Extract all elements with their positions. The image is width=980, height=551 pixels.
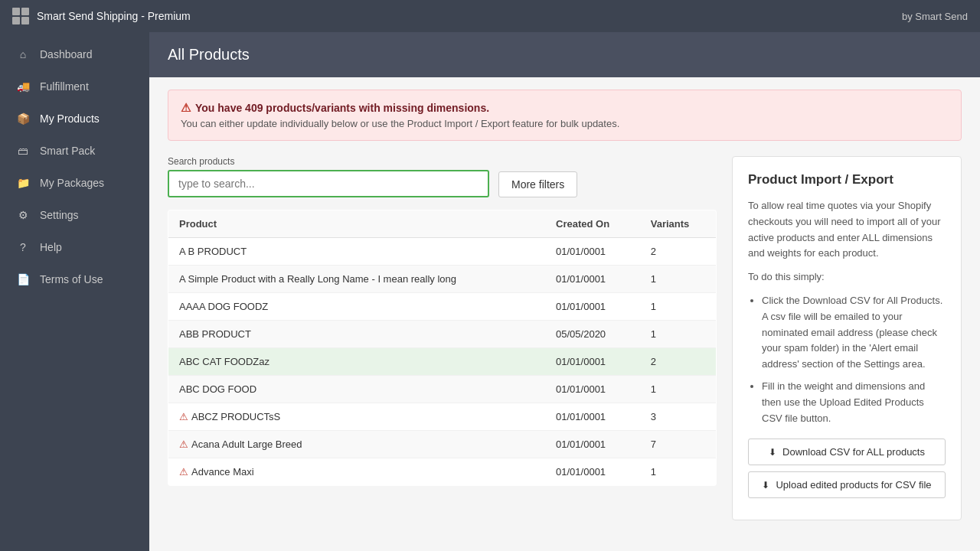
search-label: Search products (168, 156, 489, 167)
product-name-cell: ABC CAT FOODZaz (168, 348, 546, 376)
main-content: All Products ⚠ You have 409 products/var… (149, 32, 980, 551)
sidebar-item-smart-pack[interactable]: 🗃 Smart Pack (0, 135, 149, 167)
col-header-created: Created On (545, 210, 640, 238)
search-group: Search products (168, 156, 489, 197)
page-header: All Products (149, 32, 980, 77)
table-row[interactable]: A B PRODUCT01/01/00012 (168, 238, 717, 266)
col-header-product: Product (168, 210, 546, 238)
upload-icon (762, 479, 769, 491)
warning-icon: ⚠ (179, 466, 188, 478)
product-name-cell: ⚠ABCZ PRODUCTsS (168, 403, 546, 431)
topbar-brand: Smart Send Shipping - Premium (12, 8, 191, 24)
table-row[interactable]: AAAA DOG FOODZ01/01/00011 (168, 293, 717, 321)
variants-cell: 7 (640, 431, 717, 458)
product-name-cell: ABC DOG FOOD (168, 376, 546, 403)
table-row[interactable]: ABB PRODUCT05/05/20201 (168, 321, 717, 348)
variants-cell: 1 (640, 376, 717, 403)
search-input[interactable] (168, 170, 489, 197)
table-header: Product Created On Variants (168, 210, 717, 238)
table-row[interactable]: ⚠Acana Adult Large Breed01/01/00017 (168, 431, 717, 458)
sidebar-item-dashboard[interactable]: ⌂ Dashboard (0, 38, 149, 70)
alert-icon: ⚠ (181, 101, 191, 115)
created-on-cell: 01/01/0001 (545, 458, 640, 486)
sidebar-label-settings: Settings (40, 209, 79, 221)
sidebar-label-my-packages: My Packages (40, 177, 104, 189)
box-icon: 📦 (15, 111, 31, 126)
question-icon: ? (15, 240, 31, 255)
sidebar-label-my-products: My Products (40, 112, 100, 125)
upload-csv-label: Upload edited products for CSV file (776, 479, 931, 491)
alert-body: You can either update individually below… (181, 118, 949, 129)
sidebar-label-fulfillment: Fulfillment (40, 80, 89, 93)
sidebar-item-fulfillment[interactable]: 🚚 Fulfillment (0, 70, 149, 103)
document-icon: 📄 (15, 272, 31, 287)
product-name-cell: AAAA DOG FOODZ (168, 293, 546, 321)
sidebar-label-terms: Terms of Use (40, 273, 103, 285)
import-step-2: Fill in the weight and dimensions and th… (762, 379, 946, 426)
variants-cell: 1 (640, 321, 717, 348)
import-panel-title: Product Import / Export (748, 172, 946, 187)
sidebar-item-my-products[interactable]: 📦 My Products (0, 103, 149, 135)
table-row[interactable]: ⚠Advance Maxi01/01/00011 (168, 458, 717, 486)
package-icon: 🗃 (15, 143, 31, 158)
upload-csv-button[interactable]: Upload edited products for CSV file (748, 471, 946, 498)
sidebar-label-dashboard: Dashboard (40, 48, 93, 60)
product-name-cell: A B PRODUCT (168, 238, 546, 266)
sidebar-item-settings[interactable]: ⚙ Settings (0, 199, 149, 231)
product-name-cell: A Simple Product with a Really Long Name… (168, 266, 546, 293)
table-body: A B PRODUCT01/01/00012A Simple Product w… (168, 238, 717, 486)
import-description: To allow real time quotes via your Shopi… (748, 198, 946, 262)
sidebar: ⌂ Dashboard 🚚 Fulfillment 📦 My Products … (0, 32, 149, 551)
created-on-cell: 01/01/0001 (545, 293, 640, 321)
product-name-cell: ⚠Acana Adult Large Breed (168, 431, 546, 458)
sidebar-item-my-packages[interactable]: 📁 My Packages (0, 167, 149, 199)
variants-cell: 2 (640, 238, 717, 266)
created-on-cell: 01/01/0001 (545, 348, 640, 376)
import-steps-list: Click the Download CSV for All Products.… (748, 293, 946, 426)
sidebar-item-help[interactable]: ? Help (0, 231, 149, 263)
warning-icon: ⚠ (179, 411, 188, 422)
created-on-cell: 01/01/0001 (545, 376, 640, 403)
search-row: Search products More filters (168, 156, 717, 197)
topbar: Smart Send Shipping - Premium by Smart S… (0, 0, 980, 32)
created-on-cell: 01/01/0001 (545, 431, 640, 458)
truck-icon: 🚚 (15, 79, 31, 94)
product-name-cell: ABB PRODUCT (168, 321, 546, 348)
warning-icon: ⚠ (179, 439, 188, 450)
topbar-attribution: by Smart Send (902, 11, 968, 22)
page-title: All Products (168, 46, 962, 64)
import-steps-intro: To do this simply: (748, 269, 946, 285)
col-header-variants: Variants (640, 210, 717, 238)
table-row[interactable]: ⚠ABCZ PRODUCTsS01/01/00013 (168, 403, 717, 431)
missing-dimensions-alert: ⚠ You have 409 products/variants with mi… (168, 90, 962, 141)
table-row[interactable]: ABC CAT FOODZaz01/01/00012 (168, 348, 717, 376)
created-on-cell: 01/01/0001 (545, 403, 640, 431)
brand-logo (12, 8, 29, 24)
sidebar-label-smart-pack: Smart Pack (40, 145, 95, 157)
download-icon (769, 446, 776, 458)
created-on-cell: 05/05/2020 (545, 321, 640, 348)
archive-icon: 📁 (15, 175, 31, 191)
variants-cell: 1 (640, 458, 717, 486)
product-name-cell: ⚠Advance Maxi (168, 458, 546, 486)
sidebar-item-terms[interactable]: 📄 Terms of Use (0, 263, 149, 295)
gear-icon: ⚙ (15, 207, 31, 223)
created-on-cell: 01/01/0001 (545, 266, 640, 293)
sidebar-label-help: Help (40, 241, 62, 253)
variants-cell: 1 (640, 266, 717, 293)
variants-cell: 3 (640, 403, 717, 431)
products-table: Product Created On Variants A B PRODUCT0… (168, 210, 717, 486)
created-on-cell: 01/01/0001 (545, 238, 640, 266)
table-row[interactable]: A Simple Product with a Really Long Name… (168, 266, 717, 293)
app-title: Smart Send Shipping - Premium (37, 10, 191, 22)
variants-cell: 1 (640, 293, 717, 321)
import-step-1: Click the Download CSV for All Products.… (762, 293, 946, 373)
import-export-panel: Product Import / Export To allow real ti… (732, 156, 962, 520)
table-row[interactable]: ABC DOG FOOD01/01/00011 (168, 376, 717, 403)
download-csv-button[interactable]: Download CSV for ALL products (748, 439, 946, 465)
variants-cell: 2 (640, 348, 717, 376)
alert-title: ⚠ You have 409 products/variants with mi… (181, 101, 949, 115)
more-filters-button[interactable]: More filters (498, 171, 577, 197)
home-icon: ⌂ (15, 47, 31, 62)
download-csv-label: Download CSV for ALL products (782, 446, 925, 458)
